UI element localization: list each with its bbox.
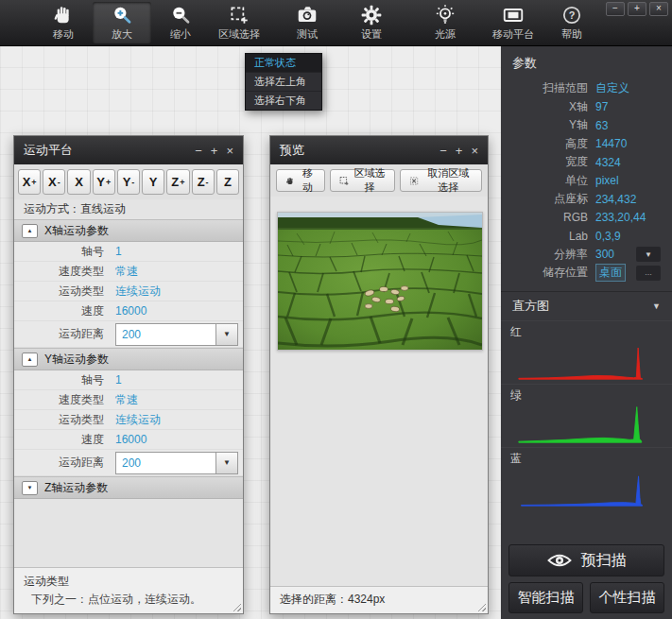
selection-distance-status: 选择的距离：4324px — [270, 587, 488, 612]
toolbar-item-test[interactable]: 测试 — [278, 2, 336, 43]
combobox-arrow-icon[interactable]: ▼ — [215, 453, 237, 473]
menu-item-select-top-left[interactable]: 选择左上角 — [246, 73, 321, 92]
axis-button-x[interactable]: X — [67, 169, 90, 195]
param-label: 运动距离 — [14, 326, 104, 342]
dropdown-arrow-icon[interactable]: ▼ — [636, 247, 661, 262]
combobox-value: 200 — [116, 456, 215, 470]
toolbar-item-light-source[interactable]: 光源 — [416, 2, 474, 43]
histogram-blue: 蓝 — [501, 447, 672, 510]
close-button[interactable]: × — [471, 145, 478, 157]
preview-cancel-region-select-button[interactable]: 取消区域选择 — [400, 169, 482, 192]
motion-mode-label: 运动方式：直线运动 — [14, 199, 243, 219]
param-row: 运动类型连续运动 — [14, 410, 243, 430]
preview-panel-title: 预览 — [280, 142, 304, 159]
maximize-button[interactable]: + — [456, 145, 463, 157]
collapse-icon[interactable]: ▲ — [22, 224, 38, 238]
param-value[interactable]: 16000 — [115, 433, 146, 446]
right-sidebar: 参数 扫描范围自定义X轴97Y轴63高度14470宽度4324单位pixel点座… — [501, 45, 672, 619]
expand-icon[interactable]: ▼ — [22, 481, 38, 495]
param-label: X轴 — [501, 99, 588, 115]
menu-item-select-bottom-right[interactable]: 选择右下角 — [246, 92, 321, 110]
toolbar-item-label: 移动平台 — [492, 27, 534, 42]
preview-panel-header[interactable]: 预览 −+× — [270, 136, 488, 164]
smart-scan-button[interactable]: 智能扫描 — [508, 582, 583, 613]
motion-panel-header[interactable]: 运动平台 −+× — [14, 136, 243, 164]
region-icon — [228, 4, 250, 26]
section-header-z-axis[interactable]: ▼Z轴运动参数 — [14, 476, 243, 499]
gear-icon — [360, 4, 383, 26]
distance-combobox[interactable]: 200▼ — [115, 452, 238, 474]
axis-button-x-plus[interactable]: X+ — [18, 169, 41, 195]
minimize-button[interactable]: − — [195, 145, 202, 157]
toolbar-item-region-select[interactable]: 区域选择 — [210, 2, 268, 43]
hand-dark-icon — [285, 175, 295, 187]
toolbar-item-zoom-in[interactable]: 放大 — [93, 2, 151, 43]
close-button[interactable]: × — [226, 145, 233, 157]
prescan-label: 预扫描 — [581, 551, 627, 571]
preview-move-button[interactable]: 移动 — [276, 169, 325, 192]
maximize-button[interactable]: + — [628, 2, 646, 16]
minimize-button[interactable]: − — [439, 145, 447, 157]
section-header-y-axis[interactable]: ▲Y轴运动参数 — [14, 348, 243, 370]
chevron-down-icon[interactable]: ▼ — [652, 301, 661, 311]
maximize-button[interactable]: + — [211, 145, 218, 157]
axis-button-x-minus[interactable]: X- — [43, 169, 65, 195]
param-value: 14470 — [595, 137, 627, 150]
histogram-curve-blue — [510, 467, 654, 507]
axis-button-z-minus[interactable]: Z- — [192, 169, 215, 195]
param-label: 高度 — [501, 136, 588, 152]
browse-ellipsis-button[interactable]: … — [636, 266, 661, 281]
minimize-button[interactable]: − — [606, 2, 625, 16]
button-label: 取消区域选择 — [423, 166, 473, 195]
param-value[interactable]: 16000 — [115, 304, 146, 318]
param-value[interactable]: 常速 — [115, 392, 138, 408]
param-label: 分辨率 — [501, 247, 588, 263]
param-value[interactable]: 常速 — [115, 264, 138, 280]
distance-combobox[interactable]: 200▼ — [115, 323, 238, 346]
svg-text:?: ? — [569, 9, 576, 21]
bulb-icon — [434, 4, 457, 26]
menu-item-normal-state[interactable]: 正常状态 — [246, 54, 321, 73]
param-value[interactable]: 1 — [115, 245, 122, 258]
toolbar-item-help[interactable]: ?帮助 — [543, 2, 601, 43]
toolbar-item-moving-platform[interactable]: 移动平台 — [484, 2, 543, 43]
histogram-green: 绿 — [501, 384, 672, 447]
platform-icon — [502, 4, 525, 26]
param-value[interactable]: 1 — [115, 373, 122, 387]
toolbar-item-label: 帮助 — [561, 27, 582, 42]
axis-button-y[interactable]: Y — [142, 169, 164, 195]
zoom-out-icon — [169, 4, 192, 26]
param-value[interactable]: 连续运动 — [115, 284, 161, 300]
axis-button-z[interactable]: Z — [216, 169, 239, 195]
preview-region-select-button[interactable]: 区域选择 — [330, 169, 395, 192]
preview-toolbar: 移动区域选择取消区域选择 — [270, 164, 488, 197]
toolbar-item-zoom-out[interactable]: 缩小 — [151, 2, 210, 43]
toolbar-item-settings[interactable]: 设置 — [342, 2, 401, 43]
custom-scan-button[interactable]: 个性扫描 — [590, 582, 664, 613]
section-header-x-axis[interactable]: ▲X轴运动参数 — [14, 219, 243, 242]
preview-image[interactable] — [277, 212, 483, 351]
prescan-button[interactable]: 预扫描 — [508, 544, 664, 576]
param-unit: 单位pixel — [501, 172, 672, 191]
axis-button-z-plus[interactable]: Z+ — [166, 169, 189, 195]
axis-button-y-plus[interactable]: Y+ — [93, 169, 115, 195]
param-value[interactable]: 桌面 — [595, 264, 626, 282]
axis-button-y-minus[interactable]: Y- — [117, 169, 140, 195]
toolbar-item-move[interactable]: 移动 — [34, 2, 93, 43]
param-x-axis: X轴97 — [501, 98, 672, 117]
param-label: 轴号 — [14, 372, 104, 388]
collapse-icon[interactable]: ▲ — [22, 352, 38, 367]
param-value[interactable]: 连续运动 — [115, 412, 161, 428]
param-label: 点座标 — [501, 191, 588, 207]
button-label: 区域选择 — [353, 166, 386, 195]
param-rgb: RGB233,20,44 — [501, 209, 672, 228]
preview-panel: 预览 −+× 移动区域选择取消区域选择 — [269, 135, 489, 614]
param-value: pixel — [595, 174, 619, 187]
toolbar-items: 移动放大缩小区域选择测试设置光源移动平台?帮助 — [0, 0, 672, 45]
combobox-arrow-icon[interactable]: ▼ — [215, 324, 237, 345]
close-button[interactable]: × — [649, 2, 668, 16]
panel-controls: −+× — [439, 145, 478, 157]
section-title: Z轴运动参数 — [44, 480, 108, 496]
toolbar-item-label: 缩小 — [170, 27, 191, 42]
param-label: RGB — [501, 211, 588, 224]
